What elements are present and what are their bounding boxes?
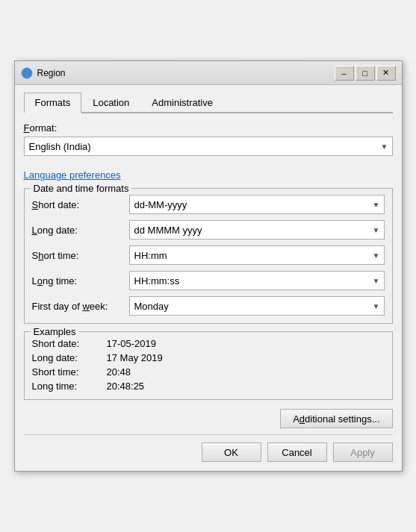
title-bar-left: Region	[21, 67, 66, 79]
dialog-content: Formats Location Administrative Format: …	[15, 85, 402, 471]
window-title: Region	[37, 68, 66, 78]
format-select-wrapper: English (India) ▼	[24, 137, 393, 156]
format-section: Format: English (India) ▼	[24, 122, 393, 156]
globe-icon	[21, 67, 33, 79]
date-time-group: Date and time formats Short date: dd-MM-…	[24, 188, 393, 324]
first-day-control: Monday ▼	[129, 296, 385, 316]
example-short-time: Short time: 20:48	[32, 366, 385, 378]
long-date-row: Long date: dd MMMM yyyy ▼	[32, 220, 385, 240]
tab-administrative[interactable]: Administrative	[140, 93, 224, 113]
long-date-select-wrapper: dd MMMM yyyy ▼	[129, 220, 385, 240]
example-long-time: Long time: 20:48:25	[32, 381, 385, 392]
example-long-time-value: 20:48:25	[107, 381, 145, 392]
example-short-time-label: Short time:	[32, 366, 107, 378]
maximize-button[interactable]: □	[356, 66, 375, 81]
cancel-button[interactable]: Cancel	[267, 442, 327, 462]
ok-button[interactable]: OK	[202, 442, 261, 462]
example-short-date-label: Short date:	[32, 338, 107, 349]
short-date-underline-char: S	[32, 199, 39, 210]
example-long-date-value: 17 May 2019	[107, 352, 163, 363]
example-long-time-label: Long time:	[32, 381, 107, 392]
region-dialog: Region – □ ✕ Formats Location Administra…	[14, 60, 403, 472]
long-date-underline-char: L	[32, 225, 37, 236]
short-time-label: Short time:	[32, 250, 129, 261]
apply-button[interactable]: Apply	[333, 442, 393, 462]
format-underline-char: F	[24, 122, 30, 134]
first-day-row: First day of week: Monday ▼	[32, 296, 385, 316]
minimize-button[interactable]: –	[335, 66, 354, 81]
additional-settings-row: AdAdditional settings...ditional setting…	[24, 409, 393, 428]
tab-bar: Formats Location Administrative	[24, 91, 393, 113]
example-long-date-label: Long date:	[32, 352, 107, 363]
close-button[interactable]: ✕	[376, 66, 396, 81]
format-select[interactable]: English (India)	[24, 137, 393, 156]
long-date-select[interactable]: dd MMMM yyyy	[129, 220, 385, 240]
example-short-date: Short date: 17-05-2019	[32, 338, 385, 349]
short-date-control: dd-MM-yyyy ▼	[129, 195, 385, 214]
tab-location[interactable]: Location	[81, 93, 140, 113]
examples-group: Examples Short date: 17-05-2019 Long dat…	[24, 331, 393, 400]
short-time-select[interactable]: HH:mm	[129, 245, 385, 265]
long-time-control: HH:mm:ss ▼	[129, 271, 385, 290]
format-label: Format:	[24, 122, 393, 134]
additional-settings-button[interactable]: AdAdditional settings...ditional setting…	[280, 409, 392, 428]
short-date-select[interactable]: dd-MM-yyyy	[129, 195, 385, 214]
first-day-select-wrapper: Monday ▼	[129, 296, 385, 316]
dialog-buttons: OK Cancel Apply	[24, 434, 393, 462]
example-short-time-value: 20:48	[107, 366, 131, 378]
short-time-control: HH:mm ▼	[129, 245, 385, 265]
long-time-select-wrapper: HH:mm:ss ▼	[129, 271, 385, 290]
short-date-select-wrapper: dd-MM-yyyy ▼	[129, 195, 385, 214]
short-time-select-wrapper: HH:mm ▼	[129, 245, 385, 265]
title-bar-controls: – □ ✕	[335, 66, 396, 81]
short-date-label: Short date:	[32, 199, 129, 210]
long-time-select[interactable]: HH:mm:ss	[129, 271, 385, 290]
long-time-label: Long time:	[32, 275, 129, 287]
first-day-underline-char: w	[82, 301, 89, 312]
example-long-date: Long date: 17 May 2019	[32, 352, 385, 363]
language-preferences-link[interactable]: Language preferences	[24, 169, 121, 181]
short-time-row: Short time: HH:mm ▼	[32, 245, 385, 265]
tab-formats[interactable]: Formats	[24, 93, 82, 113]
short-time-underline-char: h	[38, 250, 43, 261]
examples-title: Examples	[31, 326, 79, 337]
short-date-row: Short date: dd-MM-yyyy ▼	[32, 195, 385, 214]
first-day-select[interactable]: Monday	[129, 296, 385, 316]
long-time-row: Long time: HH:mm:ss ▼	[32, 271, 385, 290]
first-day-label: First day of week:	[32, 301, 129, 312]
date-time-group-title: Date and time formats	[31, 183, 132, 194]
long-date-control: dd MMMM yyyy ▼	[129, 220, 385, 240]
long-date-label: Long date:	[32, 225, 129, 236]
additional-underline-char: d	[299, 413, 305, 425]
example-short-date-value: 17-05-2019	[107, 338, 157, 349]
long-time-underline-char: o	[37, 275, 43, 287]
title-bar: Region – □ ✕	[15, 61, 402, 85]
